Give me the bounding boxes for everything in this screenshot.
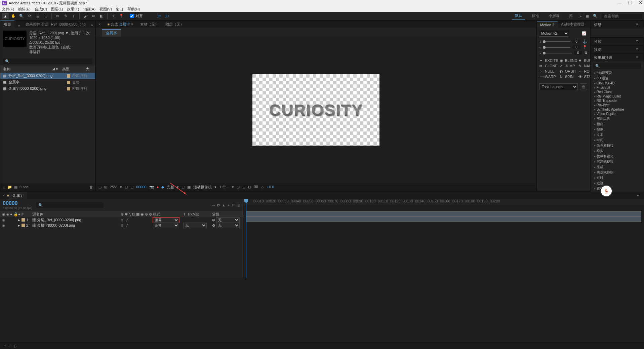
layer-2-track[interactable] <box>246 217 641 222</box>
effects-category[interactable]: 时间 <box>591 138 644 143</box>
timecode-display[interactable]: 00000 <box>136 185 147 189</box>
project-tab-menu-icon[interactable]: ≡ <box>16 24 22 28</box>
tl-opt5-icon[interactable]: 🏷 <box>232 203 235 207</box>
effects-category[interactable]: 3D 通道 <box>591 76 644 81</box>
effects-category[interactable]: 扭曲 <box>591 121 644 127</box>
motion-spin-button[interactable]: ↻SPIN <box>560 75 577 79</box>
res-icon[interactable]: ⊟ <box>125 185 128 189</box>
trkmat-select[interactable]: 无 <box>183 223 207 228</box>
channel2-icon[interactable]: ◆ <box>161 185 164 189</box>
vf-icon2[interactable]: ⊞ <box>242 185 245 189</box>
project-item[interactable]: ▦金属字合成 <box>0 79 95 85</box>
menu-view[interactable]: 视图(V) <box>99 7 112 12</box>
motion2-tab[interactable]: Motion 2 <box>537 22 558 28</box>
motion-excite-button[interactable]: ✦EXCITE <box>539 59 558 63</box>
effects-category[interactable]: Rowbyte <box>591 103 644 107</box>
fast-preview-icon[interactable]: ⊡ <box>130 185 133 189</box>
tl-opt3-icon[interactable]: ▲ <box>222 203 226 207</box>
zoom-dropdown[interactable]: 25% <box>110 185 117 189</box>
effects-category[interactable]: 模糊和锐化 <box>591 154 644 159</box>
parent-select[interactable]: 无 <box>216 217 240 223</box>
motion-blend-button[interactable]: ◉BLEND <box>560 59 577 63</box>
vf-icon3[interactable]: ⊟ <box>248 185 251 189</box>
parent-select[interactable]: 无 <box>216 223 240 228</box>
motion-jump-button[interactable]: ↗JUMP <box>560 64 577 68</box>
workspace-standard[interactable]: 标准 <box>529 13 542 19</box>
menu-composition[interactable]: 合成(C) <box>35 7 47 12</box>
snap-checkbox[interactable] <box>130 14 134 18</box>
exposure-value[interactable]: +0.0 <box>267 185 274 189</box>
menu-effect[interactable]: 效果(T) <box>67 7 79 12</box>
motion-clone-button[interactable]: ⧉CLONE <box>539 64 558 68</box>
motion-orbit-button[interactable]: ◐ORBIT <box>560 69 577 73</box>
menu-layer[interactable]: 图层(L) <box>51 7 63 12</box>
effects-category[interactable]: RG Trapcode <box>591 99 644 103</box>
timeline-layer[interactable]: ◉ ▸ 2 ▦ 金属字[0000-0200].png ⊕ ╱ 正常 无 ⊚ 无 <box>0 223 243 228</box>
minimize-button[interactable]: — <box>617 0 622 5</box>
project-item[interactable]: ▦分层_Ref_[0000-0200].pngPNG 序列 <box>0 73 95 79</box>
effects-search-input[interactable] <box>593 63 641 69</box>
comp-subtab[interactable]: 金属字 <box>102 29 121 37</box>
eraser-tool-icon[interactable]: ◧ <box>98 13 105 19</box>
motion-null-button[interactable]: ○NULL <box>539 69 558 73</box>
point-icon[interactable]: 📍 <box>582 45 587 49</box>
selection-tool-icon[interactable]: ▲ <box>2 13 9 19</box>
zoom-tool-icon[interactable]: 🔍 <box>18 13 25 19</box>
menu-file[interactable]: 文件(F) <box>2 7 14 12</box>
camera-dropdown[interactable]: 活动摄像机 <box>193 185 212 190</box>
timeline-search-input[interactable] <box>36 202 104 208</box>
menu-edit[interactable]: 编辑(E) <box>18 7 31 12</box>
comp-icon[interactable]: ▦ <box>14 185 17 189</box>
workspace-grid-icon[interactable]: ▦ <box>586 14 589 18</box>
grid-icon[interactable]: ▦ <box>187 185 191 189</box>
tl-close-icon[interactable]: × <box>3 193 5 197</box>
workspace-small[interactable]: 小屏幕 <box>546 13 562 19</box>
preview-tab[interactable]: 预览 <box>594 47 601 52</box>
effects-category[interactable]: 过时 <box>591 175 644 181</box>
toggle1-icon[interactable]: ⊸ <box>3 344 6 348</box>
maximize-button[interactable]: ❐ <box>628 0 633 5</box>
tl-opt2-icon[interactable]: ✿ <box>217 203 220 207</box>
effects-category[interactable]: CINEMA 4D <box>591 81 644 85</box>
camera-tool-icon[interactable]: ⌸ <box>34 13 41 19</box>
timeline-layer[interactable]: ◉ ▸ 1 ▦ 分层_Ref_[0000-0200].png ⊕ ╱ 屏幕 ⊚ … <box>0 217 243 223</box>
roto-tool-icon[interactable]: ✧ <box>110 13 117 19</box>
menu-help[interactable]: 帮助(H) <box>127 7 140 12</box>
script-manager-tab[interactable]: AE脚本管理器 <box>558 21 588 28</box>
task-delete-icon[interactable]: 🗑 <box>580 83 587 90</box>
anchor-icon[interactable]: ⚓ <box>582 39 587 44</box>
tab-overflow-icon[interactable]: » <box>89 22 95 28</box>
text-tool-icon[interactable]: T <box>70 13 77 19</box>
effects-category[interactable]: 过渡 <box>591 181 644 186</box>
pen-tool-icon[interactable]: ✎ <box>62 13 69 19</box>
brush-tool-icon[interactable]: 🖌 <box>82 13 89 19</box>
effects-category[interactable]: 生成 <box>591 164 644 170</box>
puppet-tool-icon[interactable]: 📍 <box>118 13 125 19</box>
viewer-nav-prev-icon[interactable]: × <box>98 22 100 26</box>
effects-category[interactable]: Video Copilot <box>591 112 644 116</box>
effects-category[interactable]: 文本 <box>591 132 644 138</box>
effects-category[interactable]: * 动画预设 <box>591 70 644 76</box>
effects-category[interactable]: 杂色和颗粒 <box>591 143 644 148</box>
close-button[interactable]: ✕ <box>639 0 643 5</box>
effect-controls-tab[interactable]: 效果控件 分层_Ref_[0000-0200].png <box>22 21 89 28</box>
views-dropdown[interactable]: 1 个... <box>219 185 229 190</box>
blend-mode-select[interactable]: 正常 <box>153 223 179 228</box>
motion-graph-icon[interactable]: 📈 <box>582 31 590 36</box>
layer-1-track[interactable] <box>246 211 641 217</box>
workspace-library[interactable]: 库 <box>566 13 575 19</box>
folder-icon[interactable]: 📁 <box>7 185 12 189</box>
effects-category[interactable]: 透视 <box>591 186 644 191</box>
tl-opt1-icon[interactable]: ⊸ <box>212 203 215 207</box>
menu-window[interactable]: 窗口 <box>116 7 123 12</box>
effects-category[interactable]: 沉浸式视频 <box>591 159 644 164</box>
motion-warp-button[interactable]: ⟿WARP <box>539 75 558 79</box>
info-tab[interactable]: 信息 <box>594 22 601 27</box>
exposure-icon[interactable]: ☼ <box>261 185 264 189</box>
effects-category[interactable]: Red Giant <box>591 90 644 94</box>
workspace-default[interactable]: 默认 <box>512 12 525 20</box>
effects-category[interactable]: 报像 <box>591 127 644 132</box>
rect-tool-icon[interactable]: ▭ <box>54 13 61 19</box>
adjust-icon[interactable]: ⇅ <box>584 51 587 55</box>
menu-animation[interactable]: 动画(A) <box>83 7 96 12</box>
